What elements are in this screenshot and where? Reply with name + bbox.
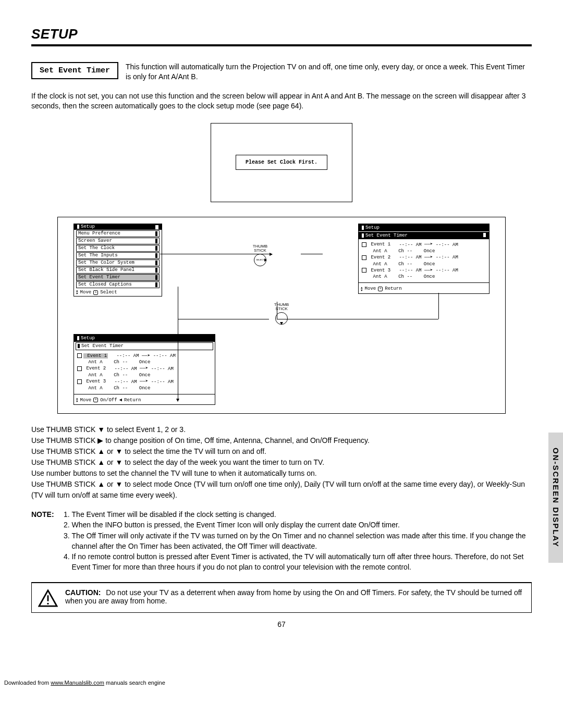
note-item: When the INFO button is pressed, the Eve… <box>72 520 532 530</box>
connector-line <box>277 302 278 319</box>
event-row: Event 2 --:-- AM ――➤ --:-- AM <box>77 365 212 372</box>
menu-flow-diagram: Setup Menu PreferenceScreen SaverSet The… <box>57 217 506 414</box>
intro-paragraph: This function will automatically turn th… <box>126 62 532 82</box>
menu-item: Set The Color System <box>76 260 160 266</box>
connector-line <box>178 287 179 399</box>
caution-label: CAUTION: <box>65 588 101 597</box>
download-footer: Downloaded from www.Manualslib.com manua… <box>0 677 563 688</box>
event-row: Event 3 --:-- AM ――➤ --:-- AM <box>362 267 486 274</box>
svg-point-1 <box>47 602 48 604</box>
caution-text: Do not use your TV as a deterrent when a… <box>65 588 522 605</box>
event-row: Event 1 --:-- AM ――➤ --:-- AM <box>362 241 486 248</box>
event-row: Ant A Ch -- Once <box>77 359 212 365</box>
instruction-line: Use THUMB STICK ▲ or ▼ to select mode On… <box>31 479 532 501</box>
page-number: 67 <box>31 620 532 628</box>
connector-line <box>277 319 438 319</box>
arrow-right-2 <box>301 254 323 254</box>
setup-menu: Setup Menu PreferenceScreen SaverSet The… <box>74 224 162 297</box>
event-row: Ant A Ch -- Once <box>362 261 486 267</box>
menu-item: Set The Clock <box>76 245 160 252</box>
connector-line <box>438 293 439 319</box>
menu-item: Set Event Timer <box>76 274 160 281</box>
event-row: Ant A Ch -- Once <box>362 274 486 280</box>
event-timer-menu: Setup Set Event Timer Event 1 --:-- AM ―… <box>358 224 489 294</box>
clock-warning-screen: Please Set Clock First. <box>211 123 352 202</box>
clock-warning-text: Please Set Clock First. <box>236 155 327 170</box>
event-row: Event 2 --:-- AM ――➤ --:-- AM <box>362 254 486 261</box>
clock-paragraph: If the clock is not set, you can not use… <box>31 91 532 112</box>
caution-box: CAUTION: Do not use your TV as a deterre… <box>31 582 532 613</box>
side-tab: ON-SCREEN DISPLAY <box>548 433 563 563</box>
instruction-line: Use THUMB STICK ▲ or ▼ to select the tim… <box>31 446 532 457</box>
menu-item: Set The Inputs <box>76 252 160 259</box>
event-row: Ant A Ch -- Once <box>77 372 212 378</box>
manualslib-link[interactable]: www.Manualslib.com <box>51 680 104 686</box>
feature-label-box: Set Event Timer <box>31 62 118 79</box>
menu-item: Screen Saver <box>76 238 160 244</box>
instruction-line: Use THUMB STICK ▲ or ▼ to select the day… <box>31 457 532 468</box>
warning-icon <box>38 589 58 607</box>
menu-item: Menu Preference <box>76 230 160 237</box>
menu-item: Set Black Side Panel <box>76 267 160 274</box>
event-row: Event 3 --:-- AM ――➤ --:-- AM <box>77 378 212 385</box>
note-item: The Off Timer will only activate if the … <box>72 530 532 552</box>
arrow-right <box>160 254 272 254</box>
note-block: NOTE: The Event Timer will be disabled i… <box>31 509 532 573</box>
event-timer-edit-menu: Setup Set Event Timer Event 1 --:-- AM ―… <box>74 334 215 405</box>
thumb-stick-right-icon: THUMB STICK <box>231 244 289 266</box>
instruction-line: Use THUMB STICK ▼ to select Event 1, 2 o… <box>31 424 532 435</box>
note-item: The Event Timer will be disabled if the … <box>72 509 532 520</box>
instruction-line: Use THUMB STICK ▶ to change position of … <box>31 435 532 446</box>
event-row: Event 1 --:-- AM ――➤ --:-- AM <box>77 353 212 360</box>
instructions-block: Use THUMB STICK ▼ to select Event 1, 2 o… <box>31 424 532 501</box>
menu1-footer-move: Move <box>80 290 92 295</box>
instruction-line: Use number buttons to set the channel th… <box>31 468 532 479</box>
menu-item: Set Closed Captions <box>76 281 160 288</box>
section-title: SETUP <box>31 26 532 46</box>
event-row: Ant A Ch -- Once <box>77 385 212 391</box>
menu1-footer-select: Select <box>100 290 117 295</box>
connector-line <box>178 319 269 319</box>
event-row: Ant A Ch -- Once <box>362 248 486 254</box>
arrow-down-head <box>176 399 179 402</box>
note-item: If no remote control button is pressed a… <box>72 551 532 573</box>
